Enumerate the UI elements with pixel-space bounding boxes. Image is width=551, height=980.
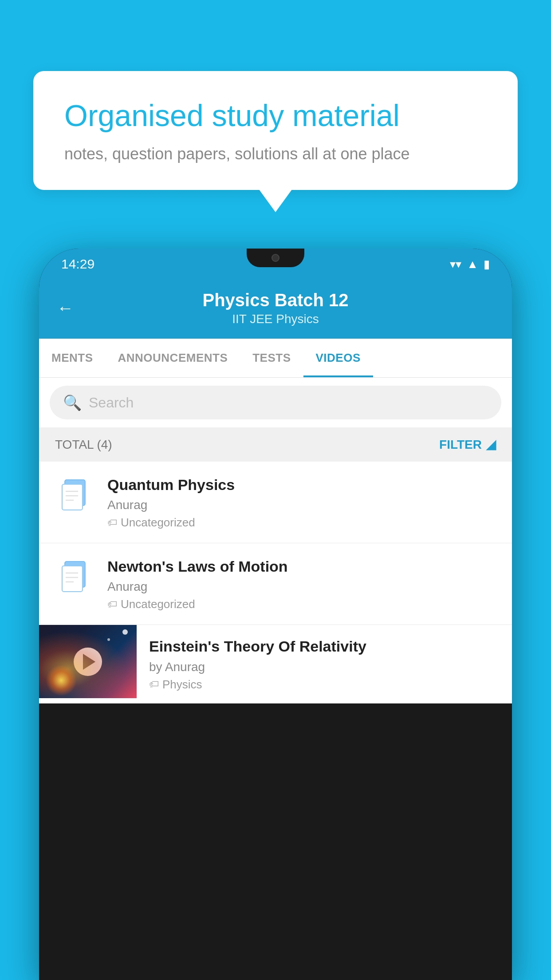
- search-input[interactable]: Search: [89, 395, 134, 411]
- filter-label: FILTER: [439, 438, 482, 452]
- tab-videos[interactable]: VIDEOS: [303, 339, 373, 377]
- tag-label-2: Uncategorized: [121, 597, 195, 611]
- video-author-1: Anurag: [107, 498, 496, 512]
- header-center: Physics Batch 12 IIT JEE Physics: [87, 290, 464, 326]
- tag-icon-2: 🏷: [107, 599, 117, 610]
- header-subtitle: IIT JEE Physics: [87, 312, 464, 326]
- front-camera: [272, 254, 279, 262]
- bubble-title: Organised study material: [64, 98, 487, 134]
- tag-label-1: Uncategorized: [121, 516, 195, 530]
- filter-bar: TOTAL (4) FILTER ◢: [39, 427, 512, 462]
- tag-icon-1: 🏷: [107, 517, 117, 529]
- file-icon-1: [55, 475, 95, 515]
- tab-announcements[interactable]: ANNOUNCEMENTS: [106, 339, 240, 377]
- svg-rect-6: [62, 566, 83, 592]
- search-icon: 🔍: [63, 394, 82, 411]
- list-item[interactable]: Einstein's Theory Of Relativity by Anura…: [39, 625, 512, 703]
- video-info-2: Newton's Laws of Motion Anurag 🏷 Uncateg…: [107, 557, 496, 611]
- video-info-1: Quantum Physics Anurag 🏷 Uncategorized: [107, 475, 496, 530]
- phone-screen: 🔍 Search TOTAL (4) FILTER ◢: [39, 378, 512, 703]
- phone-inner: ← Physics Batch 12 IIT JEE Physics MENTS…: [39, 280, 512, 980]
- list-item[interactable]: Newton's Laws of Motion Anurag 🏷 Uncateg…: [39, 543, 512, 625]
- battery-icon: ▮: [484, 257, 490, 271]
- video-tag-2: 🏷 Uncategorized: [107, 597, 496, 611]
- video-author-2: Anurag: [107, 580, 496, 594]
- file-icon-2: [55, 557, 95, 597]
- bubble-subtitle: notes, question papers, solutions all at…: [64, 145, 487, 163]
- search-bar-container: 🔍 Search: [39, 378, 512, 427]
- phone-notch: [247, 249, 304, 267]
- wifi-icon: ▾▾: [450, 257, 461, 271]
- phone-frame: 14:29 ▾▾ ▲ ▮ ← Physics Batch 12 IIT JEE …: [39, 249, 512, 980]
- video-author-3: by Anurag: [149, 660, 500, 674]
- video-title-2: Newton's Laws of Motion: [107, 557, 496, 576]
- video-info-3: Einstein's Theory Of Relativity by Anura…: [137, 625, 512, 703]
- search-bar[interactable]: 🔍 Search: [50, 386, 501, 419]
- video-thumbnail-3: [39, 625, 137, 698]
- tabs-bar: MENTS ANNOUNCEMENTS TESTS VIDEOS: [39, 339, 512, 378]
- tab-ments[interactable]: MENTS: [39, 339, 106, 377]
- list-item[interactable]: Quantum Physics Anurag 🏷 Uncategorized: [39, 462, 512, 543]
- status-time: 14:29: [61, 257, 94, 272]
- app-header: ← Physics Batch 12 IIT JEE Physics: [39, 280, 512, 339]
- svg-rect-1: [62, 484, 83, 510]
- filter-button[interactable]: FILTER ◢: [439, 437, 496, 452]
- video-title-3: Einstein's Theory Of Relativity: [149, 636, 500, 656]
- speech-bubble: Organised study material notes, question…: [33, 71, 518, 190]
- tag-icon-3: 🏷: [149, 679, 159, 690]
- tab-tests[interactable]: TESTS: [240, 339, 303, 377]
- back-button[interactable]: ←: [57, 299, 74, 318]
- total-count: TOTAL (4): [55, 438, 112, 452]
- video-title-1: Quantum Physics: [107, 475, 496, 494]
- filter-icon: ◢: [486, 437, 496, 452]
- signal-icon: ▲: [467, 257, 478, 271]
- tag-label-3: Physics: [162, 678, 202, 692]
- header-title: Physics Batch 12: [87, 290, 464, 310]
- status-icons: ▾▾ ▲ ▮: [450, 257, 490, 271]
- video-tag-1: 🏷 Uncategorized: [107, 516, 496, 530]
- video-tag-3: 🏷 Physics: [149, 678, 500, 692]
- video-list: Quantum Physics Anurag 🏷 Uncategorized: [39, 462, 512, 703]
